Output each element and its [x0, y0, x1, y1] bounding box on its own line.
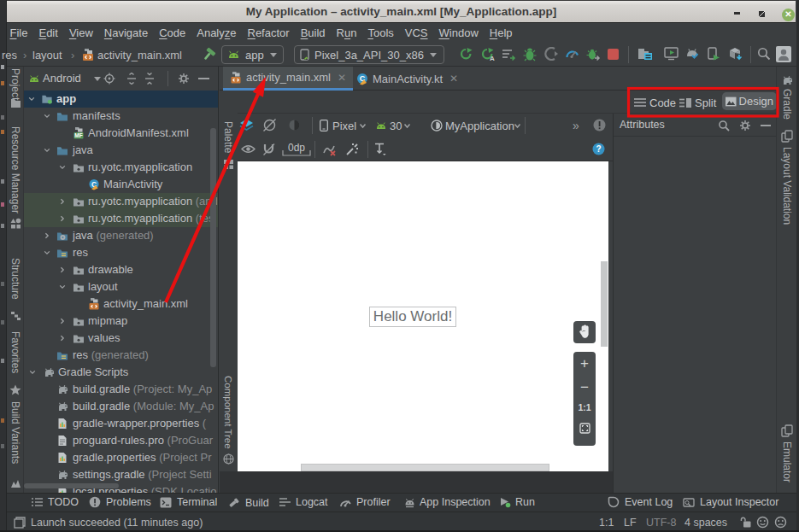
- svg-text:?: ?: [596, 144, 601, 154]
- svg-text:A: A: [490, 55, 495, 61]
- svg-text:0dp: 0dp: [288, 142, 305, 154]
